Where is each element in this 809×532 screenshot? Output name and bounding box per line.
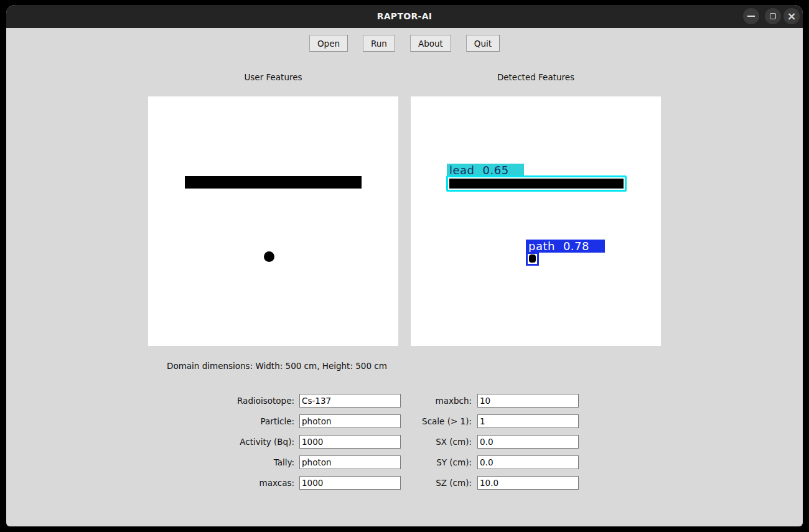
scale-label: Scale (> 1):	[392, 414, 472, 428]
domain-dimensions-text: Domain dimensions: Width: 500 cm, Height…	[167, 361, 387, 371]
open-button[interactable]: Open	[309, 35, 348, 52]
tally-input[interactable]	[299, 455, 401, 469]
tally-label: Tally:	[212, 455, 294, 469]
detection-lead-name: lead	[449, 164, 475, 177]
user-features-canvas	[148, 96, 398, 346]
detection-label-path: path 0.78	[526, 240, 605, 253]
radioisotope-input[interactable]	[299, 394, 401, 408]
sy-input[interactable]	[477, 455, 579, 469]
activity-input[interactable]	[299, 435, 401, 449]
detection-label-lead: lead 0.65	[447, 164, 524, 177]
detection-box-path	[526, 252, 539, 266]
app-window: RAPTOR-AI × Open Run About Quit User Fea…	[6, 5, 803, 526]
maxcas-input[interactable]	[299, 476, 401, 490]
maximize-icon	[770, 13, 776, 19]
maxbch-label: maxbch:	[392, 394, 472, 408]
screen-background: RAPTOR-AI × Open Run About Quit User Fea…	[0, 0, 809, 532]
user-lead-bar-shape	[185, 176, 362, 189]
run-button[interactable]: Run	[363, 35, 395, 52]
sx-label: SX (cm):	[392, 435, 472, 449]
detected-features-canvas: lead 0.65 path 0.78	[411, 96, 661, 346]
scale-input[interactable]	[477, 414, 579, 428]
toolbar: Open Run About Quit	[6, 35, 803, 52]
user-source-dot-shape	[264, 251, 274, 262]
window-title: RAPTOR-AI	[6, 5, 803, 28]
close-button[interactable]: ×	[783, 8, 800, 24]
user-features-title: User Features	[148, 72, 398, 82]
quit-button[interactable]: Quit	[466, 35, 500, 52]
detected-source-dot-shape	[529, 254, 536, 263]
particle-label: Particle:	[212, 414, 294, 428]
titlebar[interactable]: RAPTOR-AI ×	[6, 5, 803, 28]
detection-path-score: 0.78	[563, 240, 589, 253]
sy-label: SY (cm):	[392, 455, 472, 469]
maximize-button[interactable]	[765, 8, 781, 24]
activity-label: Activity (Bq):	[212, 435, 294, 449]
detected-features-title: Detected Features	[411, 72, 661, 82]
sx-input[interactable]	[477, 435, 579, 449]
detection-lead-score: 0.65	[483, 164, 509, 177]
minimize-button[interactable]	[743, 8, 759, 24]
particle-input[interactable]	[299, 414, 401, 428]
maxbch-input[interactable]	[477, 394, 579, 408]
detection-box-lead	[446, 175, 627, 192]
detected-lead-bar-shape	[449, 179, 624, 189]
maxcas-label: maxcas:	[212, 476, 294, 490]
about-button[interactable]: About	[410, 35, 451, 52]
sz-input[interactable]	[477, 476, 579, 490]
minimize-icon	[747, 16, 755, 17]
radioisotope-label: Radioisotope:	[212, 394, 294, 408]
detection-path-name: path	[528, 240, 555, 253]
close-icon: ×	[787, 11, 796, 22]
sz-label: SZ (cm):	[392, 476, 472, 490]
